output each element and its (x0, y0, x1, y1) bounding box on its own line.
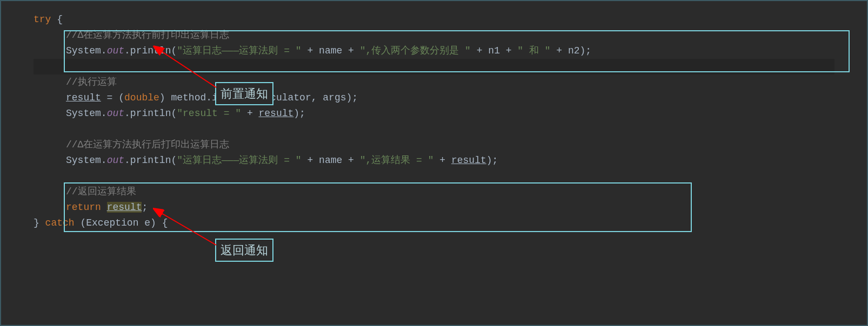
out-field: out (107, 108, 124, 119)
code-line-comment-before: //Δ在运算方法执行前打印出运算日志 (34, 28, 834, 43)
annotation-label-before: 前置通知 (215, 82, 273, 105)
code-line-comment-return: //返回运算结果 (34, 184, 834, 200)
result-var: result (258, 108, 293, 119)
arrow-icon (152, 206, 223, 249)
out-field: out (107, 155, 124, 166)
empty-line (34, 121, 834, 137)
code-line-println3: System.out.println("运算日志———运算法则 = " + na… (34, 153, 834, 168)
code-line-try: try { (34, 12, 834, 28)
svg-line-1 (161, 51, 216, 87)
result-var: result (66, 92, 101, 103)
arrow-icon (152, 44, 223, 93)
code-line-println2: System.out.println("result = " + result)… (34, 106, 834, 121)
comment-text: //返回运算结果 (66, 186, 136, 197)
string-literal: "运算日志———运算法则 = " (177, 155, 301, 166)
keyword-try: try (34, 14, 57, 25)
string-literal: ",传入两个参数分别是 " (360, 45, 471, 56)
annotation-label-return: 返回通知 (215, 239, 273, 262)
comment-text: //执行运算 (66, 77, 117, 87)
string-literal: ",运算结果 = " (360, 155, 434, 166)
empty-line (34, 168, 834, 184)
code-line-comment-after: //Δ在运算方法执行后打印出运算日志 (34, 137, 834, 153)
string-literal: " 和 " (517, 45, 550, 56)
keyword-return: return (66, 202, 107, 213)
keyword-catch: catch (45, 218, 81, 228)
string-literal: "result = " (177, 108, 241, 119)
keyword-double: double (124, 92, 159, 103)
comment-text: //Δ在运算方法执行后打印出运算日志 (66, 139, 229, 150)
result-var: result (451, 155, 486, 166)
svg-line-3 (161, 213, 216, 245)
code-editor[interactable]: try { //Δ在运算方法执行前打印出运算日志 System.out.prin… (1, 1, 867, 242)
comment-text: //Δ在运算方法执行前打印出运算日志 (66, 30, 229, 40)
result-var-highlighted: result (107, 202, 142, 213)
out-field: out (107, 45, 124, 56)
